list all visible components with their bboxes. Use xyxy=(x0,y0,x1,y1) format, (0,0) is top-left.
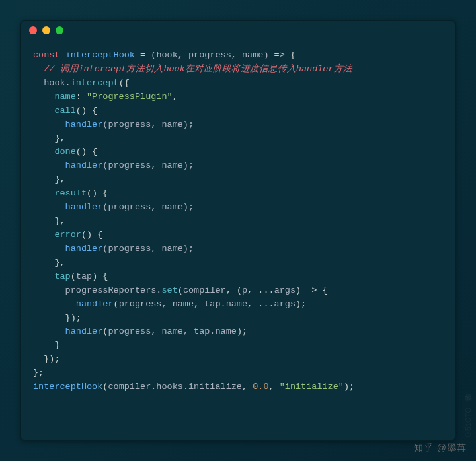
comment: // 调用intercept方法切入hook在对应阶段将进度信息传入handle… xyxy=(44,64,352,74)
watermark-text: ©51CTO博客 xyxy=(463,408,473,439)
args: args xyxy=(274,285,296,295)
kw-const: const xyxy=(33,50,60,60)
code-window: const interceptHook = (hook, progress, n… xyxy=(20,20,456,441)
done: done xyxy=(54,147,75,157)
minimize-icon[interactable] xyxy=(42,26,50,34)
prop-name: name xyxy=(54,92,75,102)
maximize-icon[interactable] xyxy=(56,26,63,34)
hooks-path: compiler.hooks.initialize xyxy=(108,382,242,392)
tap-name: tap.name xyxy=(204,299,247,309)
arrow: => { xyxy=(269,50,296,60)
call: call xyxy=(54,106,75,116)
handler: handler xyxy=(65,120,103,129)
progress-reporters: progressReporters xyxy=(65,285,157,295)
eq: = xyxy=(140,50,145,60)
str-initialize: "initialize" xyxy=(280,382,344,392)
handler-args: (progress, name); xyxy=(102,120,194,129)
hook: hook xyxy=(44,78,65,88)
window-titlebar xyxy=(21,21,455,40)
intercepthook-call: interceptHook xyxy=(33,382,102,392)
code-block: const interceptHook = (hook, progress, n… xyxy=(21,40,455,406)
str-progressplugin: "ProgressPlugin" xyxy=(87,92,173,102)
compiler: compiler xyxy=(183,285,226,295)
fn-name: interceptHook xyxy=(65,50,135,60)
credit-text: 知乎 @墨苒 xyxy=(414,443,467,454)
set: set xyxy=(161,285,177,295)
params: (hook, progress, name) xyxy=(151,50,268,60)
error: error xyxy=(54,230,81,240)
tap: tap xyxy=(54,271,70,281)
tap-arg: tap xyxy=(76,271,92,281)
intercept: intercept xyxy=(71,78,119,88)
p: p xyxy=(242,285,247,295)
result: result xyxy=(54,188,87,198)
num: 0.0 xyxy=(253,382,268,392)
close-icon[interactable] xyxy=(29,26,37,34)
